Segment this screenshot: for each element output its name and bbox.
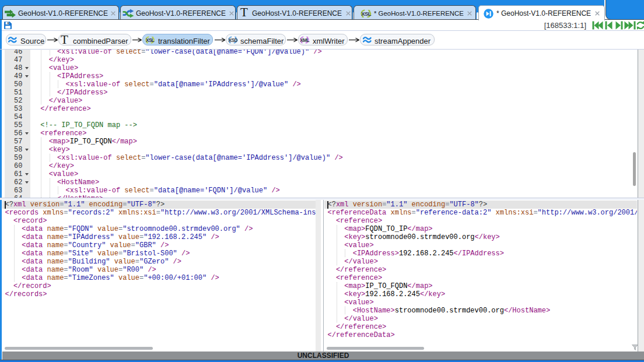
svg-text:XSL: XSL [361,10,371,16]
svg-text:XML: XML [300,38,309,43]
svg-text:XSD: XSD [229,38,238,43]
svg-text:XSL: XSL [146,38,155,43]
